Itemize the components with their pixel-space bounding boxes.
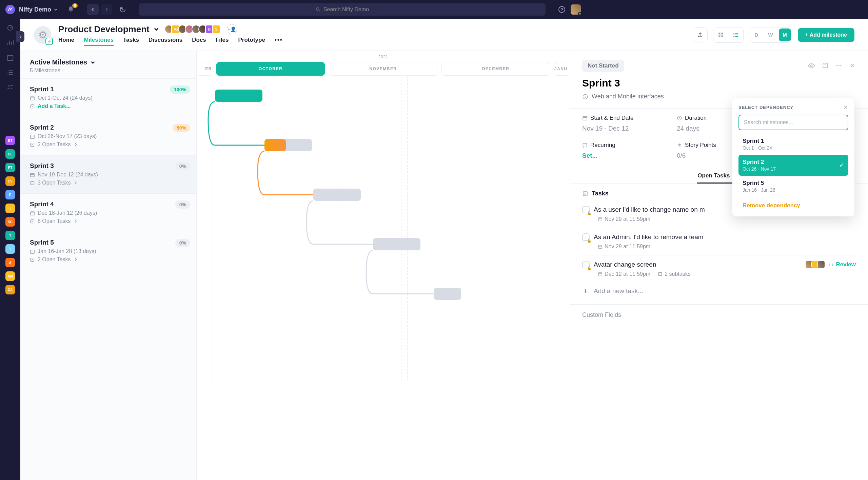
milestone-title[interactable]: Sprint 3 (570, 72, 868, 90)
dep-option[interactable]: Sprint 2Oct 26 - Nov 17✓ (738, 155, 848, 176)
project-tab-docs[interactable]: Docs (192, 37, 206, 46)
rail-list[interactable] (6, 69, 14, 77)
project-members[interactable]: TG B S (166, 25, 221, 34)
hash-icon (677, 142, 682, 148)
milestone-subline[interactable]: 2 Open Tasks (38, 141, 71, 148)
app-logo[interactable] (5, 5, 15, 14)
timescale-switcher: D W M (749, 27, 792, 43)
global-search[interactable]: Search Nifty Demo (139, 3, 546, 16)
remove-dependency-button[interactable]: Remove dependency (738, 201, 848, 210)
day-button[interactable]: D (749, 27, 764, 42)
project-tab-discussions[interactable]: Discussions (149, 37, 182, 46)
milestone-item[interactable]: Sprint 1Oct 1-Oct 24 (24 days)Add a Task… (20, 78, 196, 117)
milestone-subline[interactable]: 3 Open Tasks (38, 180, 71, 186)
field-dates[interactable]: Start & End Date Nov 19 - Dec 12 (582, 115, 667, 132)
history-button[interactable] (119, 6, 126, 13)
project-tab-prototype[interactable]: Prototype (238, 37, 265, 46)
dep-popup-close[interactable] (843, 104, 848, 110)
milestone-subline[interactable]: Add a Task... (38, 103, 71, 109)
add-milestone-button[interactable]: + Add milestone (798, 28, 854, 42)
workspace-chip[interactable]: I (5, 204, 15, 213)
gantt-bar-sprint2[interactable] (264, 139, 312, 151)
workspace-chip[interactable]: T (5, 244, 15, 254)
milestone-subline[interactable]: 2 Open Tasks (38, 256, 71, 263)
user-avatar[interactable] (571, 4, 581, 15)
svg-rect-31 (598, 273, 602, 276)
task-checkbox[interactable]: 🔒 (582, 261, 590, 268)
more-button[interactable] (835, 62, 842, 70)
task-item[interactable]: 🔒As an Admin, I'd like to remove a teamN… (582, 228, 856, 255)
share-button[interactable] (693, 27, 708, 42)
close-button[interactable] (849, 62, 856, 70)
milestone-item[interactable]: Sprint 4Dec 18-Jan 12 (26 days)8 Open Ta… (20, 193, 196, 232)
help-button[interactable]: ? (558, 5, 566, 14)
gantt-bar-sprint4[interactable] (373, 238, 420, 250)
workspace-switcher[interactable]: Nifty Demo (19, 6, 58, 13)
workspace-chip[interactable]: BT (5, 136, 15, 145)
project-tab-tasks[interactable]: Tasks (123, 37, 139, 46)
rail-tasks[interactable] (6, 83, 14, 92)
review-button[interactable]: Review (828, 261, 856, 268)
workspace-chip[interactable]: PT (5, 163, 15, 172)
project-icon[interactable]: ⚡ (34, 26, 52, 44)
workspace-chip[interactable]: CL (5, 149, 15, 159)
nav-back-button[interactable] (87, 4, 99, 15)
milestone-name: Sprint 1 (30, 85, 187, 93)
project-title[interactable]: Product Development (58, 24, 150, 35)
presence-indicator (578, 12, 581, 15)
task-item[interactable]: 🔒Avatar change screenReviewDec 12 at 11:… (582, 255, 856, 283)
milestone-name: Sprint 4 (30, 200, 187, 208)
gantt-bar-sprint5[interactable] (434, 288, 461, 300)
watch-button[interactable] (808, 62, 815, 70)
rail-calendar[interactable] (6, 54, 14, 62)
project-tab-more[interactable]: ••• (275, 37, 283, 46)
add-task-button[interactable]: Add a new task... (582, 287, 856, 295)
workspace-chip[interactable]: E (5, 190, 15, 199)
svg-point-21 (836, 65, 837, 66)
gantt-month[interactable]: DECEMBER (441, 62, 550, 76)
archive-button[interactable] (822, 62, 829, 70)
grid-view-button[interactable] (713, 27, 728, 42)
field-recurring[interactable]: Recurring Set... (582, 142, 667, 159)
sidebar-title[interactable]: Active Milestones (30, 58, 187, 66)
month-button[interactable]: M (779, 28, 791, 41)
workspace-chip[interactable]: A (5, 258, 15, 267)
rail-dashboard[interactable] (6, 24, 14, 32)
gantt-bar-sprint1[interactable] (215, 90, 262, 102)
workspace-chip[interactable]: T (5, 231, 15, 240)
detail-panel: Not Started Sprint 3 Web and Mobile inte… (570, 51, 868, 480)
task-assignees[interactable] (807, 261, 825, 268)
workspace-chip[interactable]: CV (5, 176, 15, 186)
status-badge[interactable]: Not Started (582, 60, 624, 72)
week-button[interactable]: W (764, 27, 778, 42)
milestone-item[interactable]: Sprint 3Nov 19-Dec 12 (24 days)3 Open Ta… (20, 155, 196, 193)
custom-fields-section[interactable]: Custom Fields (570, 304, 868, 319)
gantt-chart[interactable]: 2021 ER OCTOBER NOVEMBER DECEMBER JANU (197, 51, 570, 480)
milestone-item[interactable]: Sprint 2Oct 26-Nov 17 (23 days)2 Open Ta… (20, 117, 196, 155)
project-tab-files[interactable]: Files (216, 37, 229, 46)
add-member-button[interactable]: +👤 (227, 24, 237, 34)
workspace-chip[interactable]: AM (5, 271, 15, 281)
task-checkbox[interactable]: 🔒 (582, 233, 590, 241)
rail-analytics[interactable] (6, 39, 14, 47)
notifications-button[interactable]: 8 (67, 5, 75, 14)
milestone-subline[interactable]: 8 Open Tasks (38, 218, 71, 224)
gantt-month[interactable]: JANU (554, 62, 568, 76)
dep-search-input[interactable] (738, 115, 848, 130)
dep-option[interactable]: Sprint 1Oct 1 - Oct 24 (738, 134, 848, 155)
gantt-month[interactable]: NOVEMBER (329, 62, 437, 76)
workspace-chip[interactable]: SC (5, 217, 15, 227)
project-tab-home[interactable]: Home (58, 37, 74, 46)
svg-rect-13 (31, 173, 34, 177)
chevron-down-icon[interactable] (153, 26, 160, 33)
list-view-button[interactable] (728, 27, 743, 42)
workspace-chip[interactable]: CA (5, 285, 15, 294)
nav-forward-button[interactable] (101, 4, 112, 15)
gantt-month[interactable]: ER (199, 62, 212, 76)
gantt-bar-sprint3[interactable] (313, 189, 361, 201)
dep-option[interactable]: Sprint 5Jan 16 - Jan 28 (738, 176, 848, 197)
gantt-month[interactable]: OCTOBER (216, 62, 325, 76)
project-tab-milestones[interactable]: Milestones (84, 37, 114, 46)
milestone-item[interactable]: Sprint 5Jan 16-Jan 28 (13 days)2 Open Ta… (20, 232, 196, 270)
task-checkbox[interactable]: 🔒 (582, 206, 590, 213)
